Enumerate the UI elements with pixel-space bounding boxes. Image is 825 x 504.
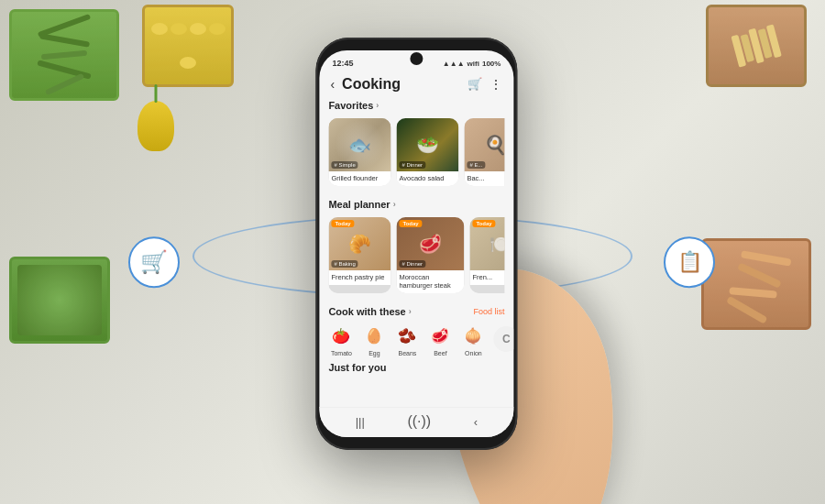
- pastry-label: French pastry pie: [328, 270, 390, 285]
- produce-crate-greenbeans: [9, 9, 119, 101]
- produce-crate-pasta: [706, 5, 807, 87]
- card-moroccan[interactable]: 🥩 Today # Dinner Moroccan hamburger stea…: [396, 217, 464, 293]
- cook-header: Cook with these › Food list: [328, 306, 504, 317]
- french2-today: Today: [472, 220, 495, 227]
- app-header: ‹ Cooking 🛒 ⋮: [319, 72, 513, 100]
- cook-chevron: ›: [409, 307, 412, 316]
- flounder-tag: # Simple: [331, 161, 358, 169]
- nav-home-button[interactable]: ((·)): [407, 413, 431, 430]
- card-french2-img: 🍽️ Today: [469, 217, 504, 270]
- bottom-nav: ||| ((·)) ‹: [319, 407, 513, 437]
- app-title: Cooking: [342, 76, 460, 93]
- header-icons: 🛒 ⋮: [468, 77, 502, 92]
- avocado-tag: # Dinner: [399, 161, 425, 169]
- wifi-icon: wifi: [468, 60, 479, 68]
- card-moroccan-img: 🥩 Today # Dinner: [396, 217, 464, 270]
- ingredient-egg[interactable]: 🥚 Egg: [361, 323, 387, 356]
- orbit-icon-right: 📋: [664, 236, 715, 288]
- moroccan-tag: # Dinner: [399, 260, 425, 268]
- nav-menu-button[interactable]: |||: [356, 415, 365, 429]
- pastry-tag: # Baking: [331, 260, 358, 268]
- phone-container: 12:45 ▲▲▲ wifi 100% ‹ Cooking 🛒 ⋮: [315, 38, 517, 450]
- beans-icon: 🫘: [394, 323, 420, 348]
- card-french2[interactable]: 🍽️ Today Fren...: [469, 217, 504, 293]
- beef-label: Beef: [434, 350, 446, 356]
- ingredient-beans[interactable]: 🫘 Beans: [394, 323, 420, 356]
- favorites-header[interactable]: Favorites ›: [328, 100, 504, 111]
- beef-icon: 🥩: [427, 323, 453, 348]
- favorites-chevron: ›: [376, 101, 379, 110]
- beans-label: Beans: [398, 350, 416, 356]
- favorites-cards: 🐟 # Simple Grilled flounder 🥗 # Dinner: [328, 118, 504, 186]
- egg-label: Egg: [368, 350, 380, 356]
- phone-frame: 12:45 ▲▲▲ wifi 100% ‹ Cooking 🛒 ⋮: [315, 38, 517, 450]
- card-bacon-img: 🍳 # E...: [464, 118, 504, 171]
- favorites-label: Favorites: [328, 100, 373, 111]
- ingredient-beef[interactable]: 🥩 Beef: [427, 323, 453, 356]
- back-button[interactable]: ‹: [330, 77, 335, 92]
- just-for-you-label: Just for you: [328, 362, 386, 373]
- status-time: 12:45: [332, 59, 353, 68]
- card-avocado-img: 🥗 # Dinner: [396, 118, 458, 171]
- ingredients-row: 🍅 Tomato 🥚 Egg 🫘 Beans 🥩: [328, 323, 504, 356]
- onion-label: Onion: [465, 350, 482, 356]
- ingredient-more[interactable]: C: [493, 326, 513, 354]
- phone-screen: 12:45 ▲▲▲ wifi 100% ‹ Cooking 🛒 ⋮: [319, 50, 513, 437]
- orbit-icon-left: 🛒: [128, 236, 180, 288]
- more-icon[interactable]: ⋮: [490, 77, 502, 92]
- moroccan-label: Moroccan hamburger steak: [396, 270, 464, 293]
- meal-planner-cards: 🥐 Today # Baking French pastry pie 🥩: [328, 217, 504, 293]
- food-list-link[interactable]: Food list: [473, 307, 504, 316]
- card-pastry[interactable]: 🥐 Today # Baking French pastry pie: [328, 217, 390, 293]
- cook-label-text: Cook with these: [328, 306, 405, 317]
- card-flounder-img: 🐟 # Simple: [328, 118, 390, 171]
- card-bacon[interactable]: 🍳 # E... Bac...: [464, 118, 504, 186]
- produce-crate-lemons: [142, 5, 234, 87]
- produce-crate-herbs: [9, 257, 110, 344]
- cart-icon[interactable]: 🛒: [468, 77, 482, 92]
- pastry-today: Today: [331, 220, 354, 227]
- meal-planner-label: Meal planner: [328, 199, 390, 210]
- meal-planner-header[interactable]: Meal planner ›: [328, 199, 504, 210]
- bacon-tag: # E...: [467, 161, 485, 169]
- background: 🛒 📋 On 60 12:45 ▲▲▲ wifi 100%: [0, 0, 825, 504]
- card-pastry-img: 🥐 Today # Baking: [328, 217, 390, 270]
- battery-icon: 100%: [482, 60, 500, 68]
- nav-back-button[interactable]: ‹: [474, 415, 478, 429]
- just-for-you-header[interactable]: Just for you: [328, 362, 504, 373]
- onion-icon: 🧅: [460, 323, 486, 348]
- egg-icon: 🥚: [361, 323, 387, 348]
- screen-content: Favorites › 🐟 # Simple Grilled flounder: [319, 100, 513, 407]
- meal-planner-chevron: ›: [393, 200, 396, 209]
- tomato-label: Tomato: [331, 350, 352, 356]
- phone-notch: [410, 52, 423, 65]
- avocado-label: Avocado salad: [396, 171, 458, 186]
- card-flounder[interactable]: 🐟 # Simple Grilled flounder: [328, 118, 390, 186]
- more-ingredients-icon: C: [493, 326, 513, 352]
- french2-label: Fren...: [469, 270, 504, 285]
- produce-crate-root: [701, 238, 811, 330]
- ingredient-tomato[interactable]: 🍅 Tomato: [328, 323, 354, 356]
- cook-with-label[interactable]: Cook with these ›: [328, 306, 411, 317]
- tomato-icon: 🍅: [328, 323, 354, 348]
- signal-icon: ▲▲▲: [443, 60, 465, 68]
- pineapple: [133, 82, 179, 156]
- moroccan-today: Today: [399, 220, 422, 227]
- flounder-label: Grilled flounder: [328, 171, 390, 186]
- status-icons: ▲▲▲ wifi 100%: [443, 60, 501, 68]
- bacon-label: Bac...: [464, 171, 504, 186]
- card-avocado[interactable]: 🥗 # Dinner Avocado salad: [396, 118, 458, 186]
- ingredient-onion[interactable]: 🧅 Onion: [460, 323, 486, 356]
